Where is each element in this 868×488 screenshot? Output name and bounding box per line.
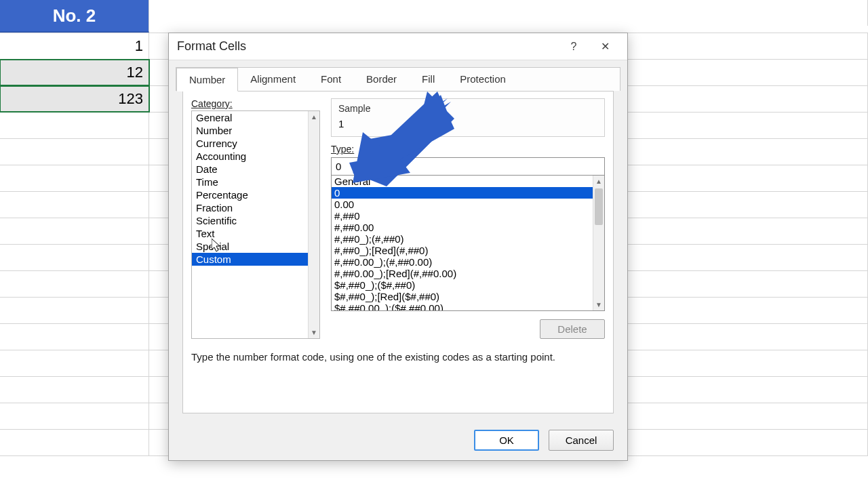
tab-protection[interactable]: Protection [448,68,519,91]
type-item[interactable]: #,##0_);[Red](#,##0) [332,245,593,256]
type-item[interactable]: General [332,176,593,187]
scrollbar[interactable]: ▲ ▼ [593,176,604,310]
category-item[interactable]: Currency [192,137,308,150]
tab-font[interactable]: Font [309,68,354,91]
tab-number[interactable]: Number [176,68,238,92]
type-item[interactable]: #,##0.00 [332,222,593,233]
category-item[interactable]: Text [192,227,308,240]
empty-cell[interactable] [0,139,149,165]
sample-box: Sample 1 [331,98,605,137]
sample-value: 1 [338,118,597,129]
category-label: Category: [191,98,320,109]
category-listbox[interactable]: GeneralNumberCurrencyAccountingDateTimeP… [191,110,320,339]
hint-text: Type the number format code, using one o… [191,351,605,363]
type-listbox[interactable]: General00.00#,##0#,##0.00#,##0_);(#,##0)… [331,176,605,311]
delete-button[interactable]: Delete [540,319,605,339]
category-item[interactable]: Accounting [192,150,308,163]
number-panel: Category: GeneralNumberCurrencyAccountin… [182,91,614,413]
type-item[interactable]: 0.00 [332,199,593,210]
empty-cell[interactable] [0,113,149,138]
tab-fill[interactable]: Fill [410,68,448,91]
dialog-title: Format Cells [177,39,558,54]
tab-border[interactable]: Border [354,68,410,91]
category-item[interactable]: Date [192,163,308,176]
category-item[interactable]: Custom [192,253,308,266]
type-item[interactable]: 0 [332,187,593,199]
empty-cell[interactable] [0,165,149,191]
category-item[interactable]: Number [192,124,308,137]
cell-a4[interactable]: 123 [0,86,149,112]
scroll-up-icon[interactable]: ▲ [593,176,604,187]
category-item[interactable]: Fraction [192,201,308,214]
scroll-down-icon[interactable]: ▼ [309,327,319,338]
tab-bar: Number Alignment Font Border Fill Protec… [176,67,620,91]
empty-cell[interactable] [0,350,149,376]
cancel-button[interactable]: Cancel [549,430,614,451]
help-button[interactable]: ? [558,33,589,60]
type-label: Type: [331,144,605,155]
type-item[interactable]: #,##0_);(#,##0) [332,233,593,245]
type-item[interactable]: #,##0.00_);(#,##0.00) [332,256,593,268]
empty-cell[interactable] [0,403,149,429]
empty-cell[interactable] [0,271,149,297]
category-item[interactable]: Percentage [192,188,308,201]
empty-cell[interactable] [0,192,149,218]
empty-cell[interactable] [0,377,149,403]
close-button[interactable]: ✕ [589,33,620,60]
type-item[interactable]: #,##0 [332,210,593,222]
type-item[interactable]: $#,##0_);($#,##0) [332,279,593,291]
category-item[interactable]: General [192,111,308,124]
empty-cell[interactable] [0,324,149,350]
type-input[interactable] [331,157,605,176]
titlebar[interactable]: Format Cells ? ✕ [169,33,627,60]
scroll-down-icon[interactable]: ▼ [593,299,604,310]
empty-cell[interactable] [149,0,868,26]
sample-label: Sample [338,103,597,114]
empty-cell[interactable] [0,298,149,323]
type-item[interactable]: $#,##0.00_);($#,##0.00) [332,302,593,310]
empty-cell[interactable] [0,218,149,244]
cell-a2[interactable]: 1 [0,33,149,59]
empty-cell[interactable] [0,430,149,455]
type-item[interactable]: $#,##0_);[Red]($#,##0) [332,291,593,302]
type-item[interactable]: #,##0.00_);[Red](#,##0.00) [332,268,593,279]
tab-alignment[interactable]: Alignment [238,68,309,91]
column-header[interactable]: No. 2 [0,0,149,33]
category-item[interactable]: Special [192,240,308,253]
category-item[interactable]: Scientific [192,214,308,227]
cell-a3[interactable]: 12 [0,60,149,85]
category-item[interactable]: Time [192,176,308,188]
scrollbar[interactable]: ▲ ▼ [308,111,319,338]
ok-button[interactable]: OK [474,430,539,451]
scroll-up-icon[interactable]: ▲ [309,111,319,123]
empty-cell[interactable] [0,245,149,270]
format-cells-dialog: Format Cells ? ✕ Number Alignment Font B… [168,33,628,461]
